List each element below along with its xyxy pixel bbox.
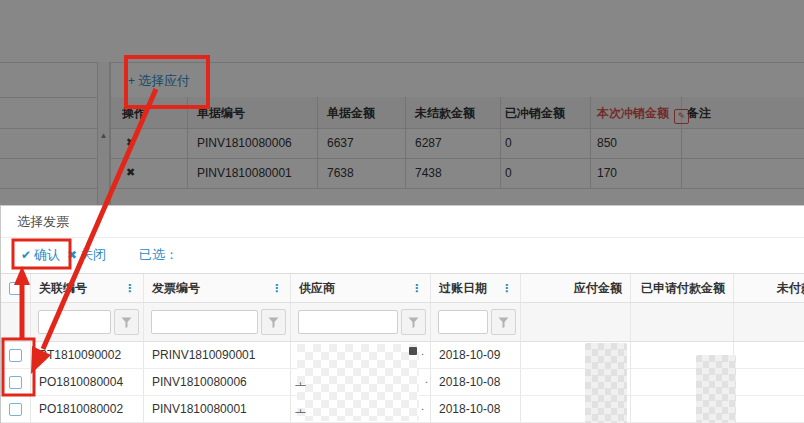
cell-related-no: PO1810080004	[31, 369, 144, 395]
cell-invoice-no: PINV1810080001	[144, 396, 291, 422]
cell-posting-date: 2018-10-08	[431, 396, 521, 422]
funnel-icon	[408, 317, 419, 328]
funnel-icon	[121, 317, 132, 328]
filter-funnel-button[interactable]	[401, 309, 426, 335]
requested-amount-censor-mosaic	[696, 355, 736, 423]
cell-related-no: PT1810090002	[31, 342, 144, 368]
col-header-posting-date: 过账日期⋮	[431, 274, 521, 302]
payable-amount-censor-mosaic	[585, 343, 627, 423]
close-button[interactable]: ✖关闭	[67, 237, 106, 273]
col-header-requested-payment: 已申请付款金额	[631, 274, 734, 302]
supplier-censor-mosaic	[297, 344, 419, 421]
screen: ▲ +选择应付 操作 单据编号 单据金额 未结款金额 已冲销金额 本次冲销金额✎…	[0, 0, 804, 423]
filter-input-posting-date[interactable]	[438, 310, 488, 334]
filter-input-supplier[interactable]	[298, 310, 398, 334]
supplier-fragment: .	[421, 400, 424, 412]
funnel-icon	[268, 317, 279, 328]
select-invoice-dialog: 选择发票 ✔确认 ✖关闭 已选： 关联编号⋮ 发票编号⋮ 供应商⋮ 过账日期⋮ …	[0, 205, 804, 423]
row-checkbox[interactable]	[9, 349, 22, 362]
filter-input-related-no[interactable]	[38, 310, 111, 334]
col-header-supplier: 供应商⋮	[291, 274, 431, 302]
cell-invoice-no: PINV1810080006	[144, 369, 291, 395]
selected-label: 已选：	[139, 237, 178, 273]
filter-funnel-button[interactable]	[114, 309, 139, 335]
select-all-cell	[1, 274, 31, 302]
column-menu-icon[interactable]: ⋮	[124, 282, 135, 295]
funnel-icon	[498, 317, 509, 328]
dialog-titlebar: 选择发票	[1, 206, 804, 238]
cell-unpaid	[734, 342, 804, 368]
cell-unpaid	[734, 369, 804, 395]
col-header-payable-amount: 应付金额	[521, 274, 631, 302]
select-all-checkbox[interactable]	[9, 282, 22, 295]
filter-funnel-button[interactable]	[261, 309, 286, 335]
filter-row	[1, 303, 804, 342]
cell-related-no: PO1810080002	[31, 396, 144, 422]
check-icon: ✔	[21, 248, 31, 262]
dialog-toolbar: ✔确认 ✖关闭 已选：	[1, 237, 804, 273]
supplier-fragment: .	[421, 345, 424, 357]
modal-overlay	[0, 0, 804, 206]
col-header-unpaid-amount: 未付款金额	[734, 274, 804, 302]
column-menu-icon[interactable]: ⋮	[501, 282, 512, 295]
invoice-grid-header: 关联编号⋮ 发票编号⋮ 供应商⋮ 过账日期⋮ 应付金额 已申请付款金额 未付款金…	[1, 273, 804, 303]
row-checkbox[interactable]	[9, 403, 22, 416]
row-checkbox[interactable]	[9, 376, 22, 389]
filter-input-invoice-no[interactable]	[151, 310, 258, 334]
close-icon: ✖	[67, 248, 77, 262]
col-header-related-no: 关联编号⋮	[31, 274, 144, 302]
dialog-title: 选择发票	[17, 214, 69, 229]
masked-char-remnant	[409, 347, 417, 355]
supplier-fragment: .	[425, 373, 428, 385]
col-header-invoice-no: 发票编号⋮	[144, 274, 291, 302]
column-menu-icon[interactable]: ⋮	[271, 282, 282, 295]
filter-funnel-button[interactable]	[491, 309, 516, 335]
cell-posting-date: 2018-10-08	[431, 369, 521, 395]
cell-posting-date: 2018-10-09	[431, 342, 521, 368]
cell-invoice-no: PRINV1810090001	[144, 342, 291, 368]
confirm-button[interactable]: ✔确认	[21, 237, 60, 273]
column-menu-icon[interactable]: ⋮	[411, 282, 422, 295]
cell-unpaid	[734, 396, 804, 422]
